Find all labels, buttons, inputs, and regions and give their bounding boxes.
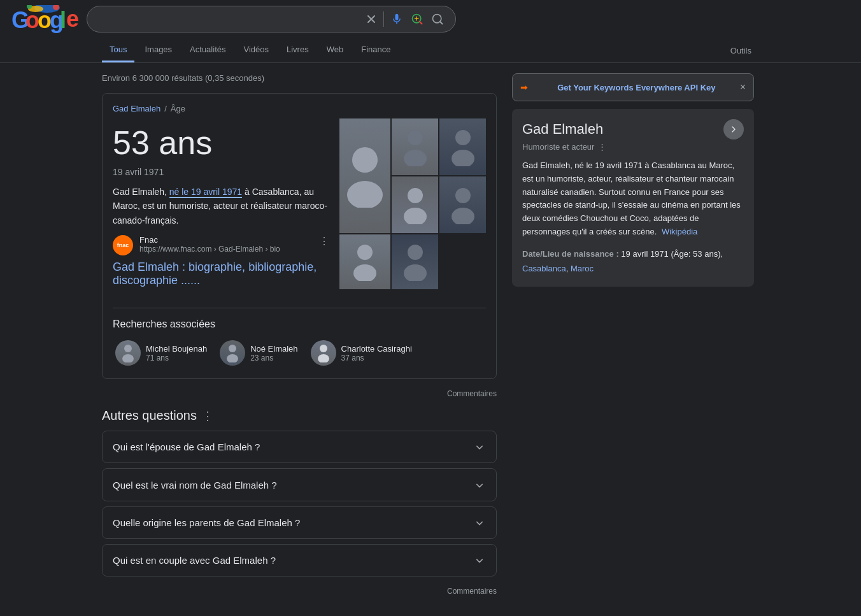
photo-2[interactable] xyxy=(392,118,438,175)
wiki-card-more[interactable]: ⋮ xyxy=(598,142,606,152)
svg-point-24 xyxy=(408,245,423,260)
faq-question-4-text: Qui est en couple avec Gad Elmaleh ? xyxy=(113,555,276,566)
svg-point-31 xyxy=(318,354,329,362)
svg-point-18 xyxy=(408,188,423,203)
outils-button[interactable]: Outils xyxy=(723,39,759,62)
description-prefix: Gad Elmaleh, xyxy=(113,187,169,197)
noe-info: Noé Elmaleh 23 ans xyxy=(250,344,297,362)
svg-text:l: l xyxy=(60,7,66,33)
wiki-card-name: Gad Elmaleh xyxy=(522,121,603,138)
source-row: fnac Fnac https://www.fnac.com › Gad-Elm… xyxy=(113,235,329,255)
source-name: Fnac xyxy=(139,235,313,245)
michel-avatar xyxy=(115,340,141,366)
google-logo[interactable]: G o o g l e xyxy=(10,5,79,33)
charlotte-info: Charlotte Casiraghi 37 ans xyxy=(341,344,412,362)
photo-5[interactable] xyxy=(439,176,486,233)
svg-point-17 xyxy=(452,150,474,166)
city-link[interactable]: Casablanca xyxy=(522,264,566,273)
source-icon-text: fnac xyxy=(117,242,129,248)
svg-point-25 xyxy=(404,264,427,281)
photo-7[interactable] xyxy=(392,234,438,289)
wiki-card-header: Gad Elmaleh xyxy=(522,119,744,140)
source-info: Fnac https://www.fnac.com › Gad-Elmaleh … xyxy=(139,235,313,254)
source-more-button[interactable]: ⋮ xyxy=(319,235,329,247)
photo-3[interactable] xyxy=(439,118,486,175)
faq-item-3: Quelle origine les parents de Gad Elmale… xyxy=(102,506,497,539)
keywords-close-button[interactable]: × xyxy=(740,82,746,93)
associated-title: Recherches associées xyxy=(113,319,486,330)
breadcrumb-separator: / xyxy=(164,104,167,113)
keywords-link[interactable]: Get Your Keywords Everywhere API Key xyxy=(557,83,715,92)
breadcrumb: Gad Elmaleh / Âge xyxy=(113,104,486,113)
photo-6[interactable] xyxy=(339,234,390,289)
faq-question-3[interactable]: Quelle origine les parents de Gad Elmale… xyxy=(103,507,496,538)
faq-question-4[interactable]: Qui est en couple avec Gad Elmaleh ? xyxy=(103,545,496,576)
autres-questions-section: Autres questions ⋮ Qui est l'épouse de G… xyxy=(102,408,497,601)
age-display: 53 ans xyxy=(113,124,329,162)
tab-actualites[interactable]: Actualités xyxy=(182,38,233,62)
search-button[interactable] xyxy=(430,11,445,27)
ad-arrow: ➡ xyxy=(520,82,528,92)
autres-questions-title: Autres questions xyxy=(102,408,197,423)
tab-images[interactable]: Images xyxy=(137,38,180,62)
faq-commentaires[interactable]: Commentaires xyxy=(102,582,497,601)
result-link[interactable]: Gad Elmaleh : biographie, bibliographie,… xyxy=(113,261,329,287)
michel-info: Michel Boujenah 71 ans xyxy=(146,344,207,362)
associated-michel[interactable]: Michel Boujenah 71 ans xyxy=(113,338,210,368)
tab-tous[interactable]: Tous xyxy=(102,38,134,62)
fnac-icon: fnac xyxy=(113,235,133,255)
tab-videos[interactable]: Vidéos xyxy=(236,38,276,62)
clear-button[interactable] xyxy=(364,12,378,26)
microphone-button[interactable] xyxy=(389,11,404,27)
autres-questions-menu[interactable]: ⋮ xyxy=(202,409,213,423)
photo-4[interactable] xyxy=(392,176,438,233)
search-bar: quel âge a gad elmaleh xyxy=(87,6,456,32)
associated-noe[interactable]: Noé Elmaleh 23 ans xyxy=(217,338,300,368)
birth-date: 19 avril 1971 xyxy=(113,167,329,177)
svg-point-20 xyxy=(455,188,471,203)
knowledge-card: Gad Elmaleh / Âge 53 ans 19 avril 1971 G… xyxy=(102,93,497,379)
breadcrumb-gad-link[interactable]: Gad Elmaleh xyxy=(113,104,160,113)
separator xyxy=(113,308,486,308)
wiki-card-wiki-link[interactable]: Wikipédia xyxy=(662,227,697,236)
wiki-card-meta: Date/Lieu de naissance : 19 avril 1971 (… xyxy=(522,247,744,276)
charlotte-avatar xyxy=(311,340,336,366)
description-highlight: né le 19 avril 1971 xyxy=(169,187,242,198)
faq-chevron-4 xyxy=(473,554,486,567)
photo-collage xyxy=(339,118,486,289)
commentaires-link[interactable]: Commentaires xyxy=(102,384,497,403)
main-photo[interactable] xyxy=(339,118,390,233)
wiki-card-subtitle: Humoriste et acteur ⋮ xyxy=(522,142,744,152)
tab-finance[interactable]: Finance xyxy=(353,38,398,62)
noe-avatar xyxy=(220,340,245,366)
noe-name: Noé Elmaleh xyxy=(250,344,297,354)
wiki-card-description: Gad Elmaleh, né le 19 avril 1971 à Casab… xyxy=(522,159,744,239)
birth-value: 19 avril 1971 (Âge: 53 ans), xyxy=(621,249,723,259)
svg-point-30 xyxy=(320,345,327,352)
faq-question-2[interactable]: Quel est le vrai nom de Gad Elmaleh ? xyxy=(103,469,496,500)
right-column: ➡ Get Your Keywords Everywhere API Key ×… xyxy=(512,73,754,616)
search-input[interactable]: quel âge a gad elmaleh xyxy=(97,13,359,25)
wiki-card-expand[interactable] xyxy=(723,119,744,140)
faq-item-4: Qui est en couple avec Gad Elmaleh ? xyxy=(102,544,497,577)
associated-charlotte[interactable]: Charlotte Casiraghi 37 ans xyxy=(308,338,415,368)
faq-question-1[interactable]: Qui est l'épouse de Gad Elmaleh ? xyxy=(103,431,496,462)
birth-label: Date/Lieu de naissance : xyxy=(522,249,619,259)
lens-button[interactable] xyxy=(409,11,425,27)
tab-web[interactable]: Web xyxy=(319,38,352,62)
svg-point-27 xyxy=(122,354,134,362)
svg-point-21 xyxy=(452,208,474,224)
faq-question-2-text: Quel est le vrai nom de Gad Elmaleh ? xyxy=(113,480,277,491)
tab-livres[interactable]: Livres xyxy=(279,38,317,62)
breadcrumb-age: Âge xyxy=(171,104,185,113)
svg-point-22 xyxy=(357,245,373,260)
keywords-ad: ➡ Get Your Keywords Everywhere API Key × xyxy=(512,73,754,101)
country-link[interactable]: Maroc xyxy=(571,264,594,273)
faq-chevron-3 xyxy=(473,516,486,529)
wiki-card: Gad Elmaleh Humoriste et acteur ⋮ Gad El… xyxy=(512,109,754,287)
svg-point-19 xyxy=(404,208,427,224)
faq-chevron-2 xyxy=(473,478,486,491)
results-count: Environ 6 300 000 résultats (0,35 second… xyxy=(102,73,497,83)
svg-point-26 xyxy=(124,345,132,352)
michel-age: 71 ans xyxy=(146,354,207,362)
